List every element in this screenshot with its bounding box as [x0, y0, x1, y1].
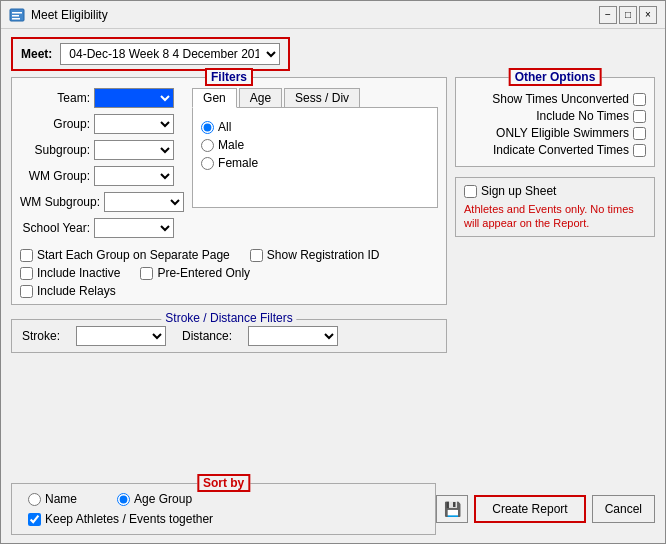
svg-rect-2	[12, 15, 19, 17]
gender-male-item: Male	[201, 138, 429, 152]
start-each-group-label: Start Each Group on Separate Page	[37, 248, 230, 262]
tab-sess-div[interactable]: Sess / Div	[284, 88, 360, 107]
keep-athletes-label: Keep Athletes / Events together	[45, 512, 213, 526]
tabs-section: Gen Age Sess / Div All	[192, 88, 438, 240]
bottom-row: Sort by Name Age Group Keep Athl	[11, 483, 655, 535]
school-year-label: School Year:	[20, 221, 90, 235]
include-inactive-checkbox[interactable]	[20, 267, 33, 280]
minimize-button[interactable]: −	[599, 6, 617, 24]
gender-all-item: All	[201, 120, 429, 134]
cancel-button[interactable]: Cancel	[592, 495, 655, 523]
show-times-checkbox[interactable]	[633, 93, 646, 106]
pre-entered-checkbox[interactable]	[140, 267, 153, 280]
tab-content-gen: All Male Female	[192, 108, 438, 208]
gender-male-radio[interactable]	[201, 139, 214, 152]
show-reg-id-item: Show Registration ID	[250, 248, 380, 262]
filters-top: Team: Group: Subgroup:	[20, 88, 438, 240]
gender-female-label: Female	[218, 156, 258, 170]
school-year-row: School Year:	[20, 218, 184, 238]
right-bottom: 💾 Create Report Cancel	[436, 495, 655, 523]
sign-up-sheet-label: Sign up Sheet	[481, 184, 556, 198]
other-options-legend: Other Options	[509, 68, 602, 86]
sort-age-group-label: Age Group	[134, 492, 192, 506]
filters-box: Filters Team: Group:	[11, 77, 447, 305]
only-eligible-checkbox[interactable]	[633, 127, 646, 140]
indicate-converted-row: Indicate Converted Times	[464, 143, 646, 157]
other-options-box: Other Options Show Times Unconverted Inc…	[455, 77, 655, 167]
show-times-row: Show Times Unconverted	[464, 92, 646, 106]
sort-age-group-radio[interactable]	[117, 493, 130, 506]
svg-rect-3	[12, 18, 20, 20]
start-each-group-checkbox[interactable]	[20, 249, 33, 262]
include-relays-item: Include Relays	[20, 284, 438, 298]
team-select[interactable]	[94, 88, 174, 108]
checkbox-row-1: Start Each Group on Separate Page Show R…	[20, 248, 438, 262]
sort-name-item: Name	[28, 492, 77, 506]
svg-rect-1	[12, 12, 22, 14]
main-area: Filters Team: Group:	[11, 77, 655, 477]
main-content: Meet: 04-Dec-18 Week 8 4 December 2018 F…	[1, 29, 665, 543]
group-select[interactable]	[94, 114, 174, 134]
sort-by-box: Sort by Name Age Group Keep Athl	[11, 483, 436, 535]
title-bar: Meet Eligibility − □ ×	[1, 1, 665, 29]
subgroup-row: Subgroup:	[20, 140, 184, 160]
distance-select[interactable]	[248, 326, 338, 346]
tab-gen[interactable]: Gen	[192, 88, 237, 108]
only-eligible-label: ONLY Eligible Swimmers	[496, 126, 629, 140]
stroke-select[interactable]	[76, 326, 166, 346]
group-row: Group:	[20, 114, 184, 134]
right-panel: Other Options Show Times Unconverted Inc…	[455, 77, 655, 477]
left-panel: Filters Team: Group:	[11, 77, 447, 477]
wm-group-select[interactable]	[94, 166, 174, 186]
sign-up-section: Sign up Sheet Athletes and Events only. …	[455, 177, 655, 237]
window-title: Meet Eligibility	[31, 8, 108, 22]
sort-by-radios: Name Age Group	[28, 492, 419, 506]
indicate-converted-label: Indicate Converted Times	[493, 143, 629, 157]
show-reg-id-checkbox[interactable]	[250, 249, 263, 262]
pre-entered-label: Pre-Entered Only	[157, 266, 250, 280]
team-row: Team:	[20, 88, 184, 108]
main-window: Meet Eligibility − □ × Meet: 04-Dec-18 W…	[0, 0, 666, 544]
start-each-group-item: Start Each Group on Separate Page	[20, 248, 230, 262]
indicate-converted-checkbox[interactable]	[633, 144, 646, 157]
stroke-distance-row: Stroke: Distance:	[22, 326, 436, 346]
save-icon: 💾	[444, 501, 461, 517]
sort-age-group-item: Age Group	[117, 492, 192, 506]
gender-all-label: All	[218, 120, 231, 134]
create-report-button[interactable]: Create Report	[474, 495, 585, 523]
close-button[interactable]: ×	[639, 6, 657, 24]
sign-up-sheet-checkbox[interactable]	[464, 185, 477, 198]
meet-select[interactable]: 04-Dec-18 Week 8 4 December 2018	[60, 43, 280, 65]
tab-bar: Gen Age Sess / Div	[192, 88, 438, 108]
sort-name-radio[interactable]	[28, 493, 41, 506]
wm-group-label: WM Group:	[20, 169, 90, 183]
include-no-times-row: Include No Times	[464, 109, 646, 123]
tab-age[interactable]: Age	[239, 88, 282, 107]
stroke-distance-box: Stroke / Distance Filters Stroke: Distan…	[11, 319, 447, 353]
sign-up-row: Sign up Sheet	[464, 184, 646, 198]
filters-legend: Filters	[205, 68, 253, 86]
meet-label: Meet:	[21, 47, 52, 61]
gender-female-radio[interactable]	[201, 157, 214, 170]
subgroup-select[interactable]	[94, 140, 174, 160]
sign-up-note: Athletes and Events only. No times will …	[464, 203, 634, 229]
show-times-label: Show Times Unconverted	[492, 92, 629, 106]
include-relays-checkbox[interactable]	[20, 285, 33, 298]
stroke-distance-legend: Stroke / Distance Filters	[161, 311, 296, 325]
gender-all-radio[interactable]	[201, 121, 214, 134]
sort-name-label: Name	[45, 492, 77, 506]
meet-row: Meet: 04-Dec-18 Week 8 4 December 2018	[11, 37, 290, 71]
school-year-select[interactable]	[94, 218, 174, 238]
sort-by-legend: Sort by	[197, 474, 250, 492]
maximize-button[interactable]: □	[619, 6, 637, 24]
keep-athletes-row: Keep Athletes / Events together	[28, 512, 419, 526]
distance-label: Distance:	[182, 329, 232, 343]
save-button[interactable]: 💾	[436, 495, 468, 523]
wm-subgroup-select[interactable]	[104, 192, 184, 212]
checkbox-row-2: Include Inactive Pre-Entered Only	[20, 266, 438, 280]
keep-athletes-checkbox[interactable]	[28, 513, 41, 526]
include-no-times-checkbox[interactable]	[633, 110, 646, 123]
subgroup-label: Subgroup:	[20, 143, 90, 157]
team-label: Team:	[20, 91, 90, 105]
only-eligible-row: ONLY Eligible Swimmers	[464, 126, 646, 140]
